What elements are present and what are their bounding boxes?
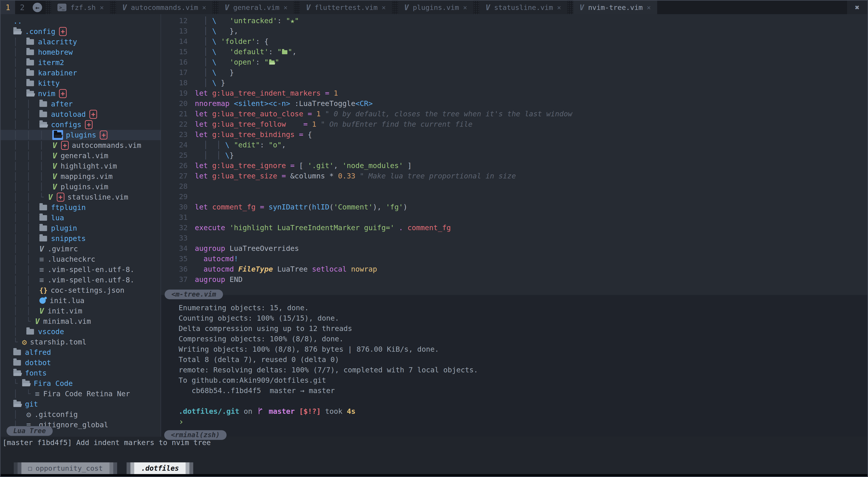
buffer-tab-fzf.sh[interactable]: >_fzf.sh× [51,1,110,14]
tree-item-label: alacritty [38,38,77,46]
buffer-tab-plugins.vim[interactable]: Vplugins.vim× [398,1,473,14]
tree-row-.vim-spell-en.utf-8.[interactable]: │ │ ≡.vim-spell-en.utf-8. [1,275,161,285]
tree-row-Fira-Code-Retina-Ner[interactable]: │ └ ≡Fira Code Retina Ner [1,388,161,399]
tmux-segment [186,463,189,474]
vim-icon: V [580,3,584,12]
tree-row-mappings.vim[interactable]: │ │ │ Vmappings.vim [1,171,161,181]
file-tree-sidebar: ...config+│ alacritty│ homebrew│ iterm2│… [1,14,161,437]
tree-row-general.vim[interactable]: │ │ │ Vgeneral.vim [1,150,161,161]
buffer-tab-nvim-tree.vim[interactable]: Vnvim-tree.vim× [573,1,657,14]
tree-row-kitty[interactable]: │ kitty [1,78,161,89]
terminal-pane[interactable]: <m-tree.vim Enumerating objects: 15, don… [161,295,867,437]
tree-row-statusline.vim[interactable]: │ │ └ V+statusline.vim [1,192,161,202]
code-text: execute 'highlight LuaTreeIndentMarker g… [195,223,451,233]
tree-row-autocommands.vim[interactable]: │ │ │ V+autocommands.vim [1,140,161,150]
buffer-tab-label: nvim-tree.vim [588,3,643,11]
tmux-window-opportunity-cost[interactable]: □opportunity_cost [14,463,117,474]
tree-row-nvim[interactable]: │ nvim+ [1,89,161,99]
tmux-window-name: opportunity_cost [36,464,103,472]
tree-row-homebrew[interactable]: │ homebrew [1,47,161,57]
tree-row-git[interactable]: git [1,399,161,409]
tree-item-label: .gitconfig [34,410,78,419]
line-number: 13 [161,26,195,36]
close-tab-icon[interactable]: × [463,4,467,11]
tree-guide: │ │ │ [13,141,52,149]
editor-line-21: 21let g:lua_tree_auto_close = 1 " 0 by d… [161,109,867,119]
editor-line-18: 18 │ \ } [161,78,867,88]
tree-item-label: ftplugin [51,203,86,212]
editor-line-24: 24 │ │ \ "edit": "o", [161,140,867,150]
tree-row-..[interactable]: .. [1,16,161,26]
terminal-output: Enumerating objects: 15, done.Counting o… [179,303,867,427]
tree-row-.vim-spell-en.utf-8.[interactable]: │ │ ≡.vim-spell-en.utf-8. [1,264,161,275]
app-window: 12 ← >_fzf.sh×Vautocommands.vim×Vgeneral… [0,0,868,477]
line-number: 33 [161,233,195,243]
tree-row-lua[interactable]: │ │ lua [1,213,161,223]
tree-row-highlight.vim[interactable]: │ │ │ Vhighlight.vim [1,161,161,171]
tree-item-label: configs [51,121,82,129]
tree-row-after[interactable]: │ │ after [1,99,161,109]
tree-row-snippets[interactable]: │ │ snippets [1,233,161,244]
folder-icon [39,101,47,107]
tree-row-coc-settings.json[interactable]: │ │ {}coc-settings.json [1,285,161,296]
close-tab-icon[interactable]: × [202,4,206,11]
tree-row-.config[interactable]: .config+ [1,26,161,37]
buffer-tab-statusline.vim[interactable]: Vstatusline.vim× [479,1,567,14]
tree-row-alfred[interactable]: alfred [1,347,161,357]
tree-row-plugins[interactable]: │ │ │ plugins+ [1,130,161,140]
line-number: 16 [161,57,195,67]
tree-row-autoload[interactable]: │ │ autoload+ [1,109,161,120]
terminal-line-5: Writing objects: 100% (8/8), 876 bytes |… [179,344,867,354]
tree-row-.gvimrc[interactable]: │ │ V.gvimrc [1,244,161,254]
line-number: 27 [161,171,195,181]
tree-guide: │ │ [13,307,39,315]
tree-row-starship.toml[interactable]: └ ⚙starship.toml [1,337,161,347]
folder-icon [26,39,34,45]
close-tab-icon[interactable]: × [647,4,651,11]
vim-tab-number-1[interactable]: 1 [1,1,15,14]
tree-guide: │ │ [13,203,39,212]
editor-pane[interactable]: 12 │ \ 'untracked': "★"13 │ \ },14 │ \ '… [161,14,867,295]
tree-row-iterm2[interactable]: │ iterm2 [1,57,161,68]
buffer-tab-autocommands.vim[interactable]: Vautocommands.vim× [116,1,213,14]
tree-item-label: statusline.vim [68,193,128,201]
folder-icon [26,49,34,55]
tree-row-fonts[interactable]: fonts [1,368,161,378]
tree-row-dotbot[interactable]: dotbot [1,357,161,368]
close-tab-icon[interactable]: × [284,4,288,11]
folder-icon [13,350,21,355]
close-all-button[interactable]: ✖ [847,1,867,14]
tmux-window-.dotfiles[interactable]: .dotfiles [127,463,193,474]
tree-row-configs[interactable]: │ │ configs+ [1,120,161,130]
buffer-tab-label: fluttertest.vim [315,3,378,11]
vim-tab-number-2[interactable]: 2 [15,1,30,14]
code-text: │ │ \ "edit": "o", [195,140,286,150]
tree-item-label: alfred [25,348,51,356]
tree-row-init.lua[interactable]: │ │ init.lua [1,296,161,306]
add-badge: + [57,193,64,202]
tree-row-alacritty[interactable]: │ alacritty [1,37,161,47]
buffer-tab-general.vim[interactable]: Vgeneral.vim× [218,1,294,14]
tree-row-vscode[interactable]: │ vscode [1,327,161,337]
buffer-tab-fluttertest.vim[interactable]: Vfluttertest.vim× [300,1,392,14]
file-icon: ≡ [39,275,44,284]
add-badge: + [59,27,67,36]
sidebar-title-pill: Lua Tree [6,426,53,436]
close-tab-icon[interactable]: × [382,4,386,11]
tree-guide: │ │ │ [13,182,52,191]
tree-row-.luacheckrc[interactable]: │ │ ≡.luacheckrc [1,254,161,264]
tree-row-init.vim[interactable]: │ │ Vinit.vim [1,306,161,316]
buffer-tab-label: fzf.sh [70,3,96,11]
folder-icon [39,236,47,241]
tree-row-karabiner[interactable]: │ karabiner [1,68,161,78]
tree-row-plugins.vim[interactable]: │ │ │ Vplugins.vim [1,181,161,192]
tree-row-.gitconfig[interactable]: │ ⚙.gitconfig [1,409,161,420]
close-tab-icon[interactable]: × [100,4,104,11]
tree-row-minimal.vim[interactable]: │ └ Vminimal.vim [1,316,161,327]
tree-row-plugin[interactable]: │ │ plugin [1,223,161,233]
tree-row-ftplugin[interactable]: │ │ ftplugin [1,202,161,213]
history-back-button[interactable]: ← [30,1,45,14]
tree-guide: │ │ [13,296,39,305]
close-tab-icon[interactable]: × [557,4,561,11]
tree-row-Fira-Code[interactable]: └ Fira Code [1,378,161,388]
